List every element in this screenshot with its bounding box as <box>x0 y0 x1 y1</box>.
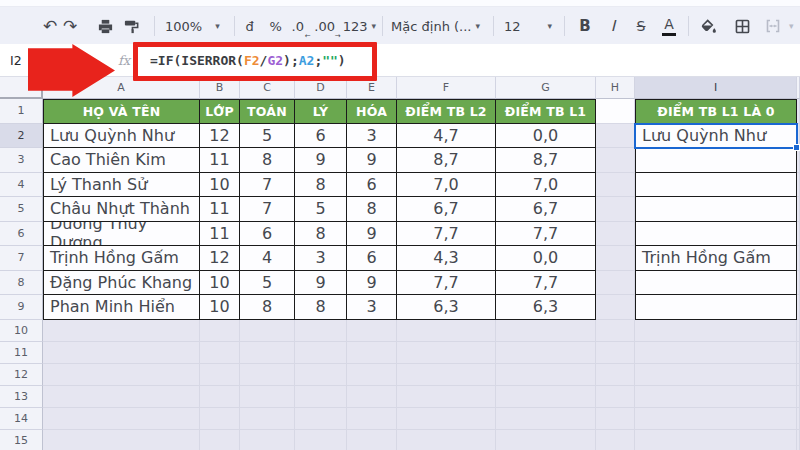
cell-B11[interactable] <box>200 342 240 364</box>
cell-D1[interactable]: LÝ <box>295 99 347 124</box>
row-header-8[interactable]: 8 <box>0 271 43 296</box>
cell-C7[interactable]: 4 <box>240 246 295 271</box>
cell-H10[interactable] <box>596 320 635 342</box>
cell-C1[interactable]: TOÁN <box>240 99 295 124</box>
cell-B1[interactable]: LỚP <box>200 99 240 124</box>
cell-I5[interactable] <box>635 197 797 222</box>
cell-H4[interactable] <box>596 173 635 198</box>
cell-F9[interactable]: 6,3 <box>397 295 496 320</box>
cell-A9[interactable]: Phan Minh Hiển <box>43 295 200 320</box>
cell-H9[interactable] <box>596 295 635 320</box>
col-header-G[interactable]: G <box>496 77 596 99</box>
cell-F8[interactable]: 7,7 <box>397 271 496 296</box>
cell-D12[interactable] <box>295 364 347 386</box>
cell-I9[interactable] <box>635 295 797 320</box>
cell-D9[interactable]: 8 <box>295 295 347 320</box>
cell-C9[interactable]: 8 <box>240 295 295 320</box>
col-header-H[interactable]: H <box>596 77 635 99</box>
bold-button[interactable]: B <box>575 13 595 39</box>
row-header-5[interactable]: 5 <box>0 197 43 222</box>
cell-A8[interactable]: Đặng Phúc Khang <box>43 271 200 296</box>
cell-F5[interactable]: 6,7 <box>397 197 496 222</box>
cell-H15[interactable] <box>596 430 635 450</box>
cell-E14[interactable] <box>347 408 397 430</box>
cell-B15[interactable] <box>200 430 240 450</box>
cell-B7[interactable]: 12 <box>200 246 240 271</box>
cell-A3[interactable]: Cao Thiên Kim <box>43 148 200 173</box>
cell-C6[interactable]: 6 <box>240 222 295 247</box>
paint-format-icon[interactable] <box>120 13 142 39</box>
cell-I2[interactable]: Lưu Quỳnh Như <box>635 124 797 149</box>
cell-H7[interactable] <box>596 246 635 271</box>
cell-B10[interactable] <box>200 320 240 342</box>
cell-D3[interactable]: 9 <box>295 148 347 173</box>
cell-E4[interactable]: 6 <box>347 173 397 198</box>
cell-B6[interactable]: 11 <box>200 222 240 247</box>
cell-C12[interactable] <box>240 364 295 386</box>
cell-H5[interactable] <box>596 197 635 222</box>
cell-B14[interactable] <box>200 408 240 430</box>
cell-B9[interactable]: 10 <box>200 295 240 320</box>
cell-H8[interactable] <box>596 271 635 296</box>
row-header-4[interactable]: 4 <box>0 173 43 198</box>
cell-I11[interactable] <box>635 342 797 364</box>
cell-G7[interactable]: 0,0 <box>496 246 596 271</box>
cell-F13[interactable] <box>397 386 496 408</box>
currency-format-button[interactable]: đ <box>241 13 259 39</box>
row-header-12[interactable]: 12 <box>0 364 43 386</box>
cell-B2[interactable]: 12 <box>200 124 240 149</box>
borders-icon[interactable] <box>731 13 753 39</box>
row-header-14[interactable]: 14 <box>0 408 43 430</box>
row-header-2[interactable]: 2 <box>0 124 43 149</box>
cell-D11[interactable] <box>295 342 347 364</box>
zoom-select[interactable]: 100%▾ <box>165 13 220 39</box>
cell-F15[interactable] <box>397 430 496 450</box>
cell-D7[interactable]: 3 <box>295 246 347 271</box>
cell-A1[interactable]: HỌ VÀ TÊN <box>43 99 200 124</box>
cell-G3[interactable]: 8,7 <box>496 148 596 173</box>
cell-E15[interactable] <box>347 430 397 450</box>
cell-C5[interactable]: 7 <box>240 197 295 222</box>
cell-G8[interactable]: 7,7 <box>496 271 596 296</box>
cell-G6[interactable]: 7,7 <box>496 222 596 247</box>
col-header-F[interactable]: F <box>397 77 496 99</box>
cell-C8[interactable]: 5 <box>240 271 295 296</box>
cell-I1[interactable]: ĐIỂM TB L1 LÀ 0 <box>635 99 797 124</box>
cell-F4[interactable]: 7,0 <box>397 173 496 198</box>
cell-F1[interactable]: ĐIỂM TB L2 <box>397 99 496 124</box>
cell-G1[interactable]: ĐIỂM TB L1 <box>496 99 596 124</box>
number-format-button[interactable]: 123▾ <box>343 13 376 39</box>
cell-I12[interactable] <box>635 364 797 386</box>
cell-I10[interactable] <box>635 320 797 342</box>
cell-A6[interactable]: Dương Thùy Dương <box>43 222 200 247</box>
cell-I13[interactable] <box>635 386 797 408</box>
redo-icon[interactable]: ↷ <box>60 13 80 39</box>
cell-B13[interactable] <box>200 386 240 408</box>
cell-E2[interactable]: 3 <box>347 124 397 149</box>
row-header-10[interactable]: 10 <box>0 320 43 342</box>
cell-E13[interactable] <box>347 386 397 408</box>
cell-C10[interactable] <box>240 320 295 342</box>
cell-A13[interactable] <box>43 386 200 408</box>
cell-H6[interactable] <box>596 222 635 247</box>
cell-D15[interactable] <box>295 430 347 450</box>
cell-C15[interactable] <box>240 430 295 450</box>
row-header-9[interactable]: 9 <box>0 295 43 320</box>
cell-E5[interactable]: 8 <box>347 197 397 222</box>
cell-A15[interactable] <box>43 430 200 450</box>
cell-E10[interactable] <box>347 320 397 342</box>
font-select[interactable]: Mặc định (...▾ <box>391 13 475 39</box>
cell-D6[interactable]: 8 <box>295 222 347 247</box>
cell-E1[interactable]: HÓA <box>347 99 397 124</box>
cell-F3[interactable]: 8,7 <box>397 148 496 173</box>
percent-format-button[interactable]: % <box>267 13 285 39</box>
cell-A10[interactable] <box>43 320 200 342</box>
cell-I7[interactable]: Trịnh Hồng Gấm <box>635 246 797 271</box>
decrease-decimal-button[interactable]: .0← <box>287 13 309 39</box>
row-header-1[interactable]: 1 <box>0 99 43 124</box>
cell-I14[interactable] <box>635 408 797 430</box>
cell-F14[interactable] <box>397 408 496 430</box>
cell-G9[interactable]: 6,3 <box>496 295 596 320</box>
row-header-6[interactable]: 6 <box>0 222 43 247</box>
cell-D14[interactable] <box>295 408 347 430</box>
